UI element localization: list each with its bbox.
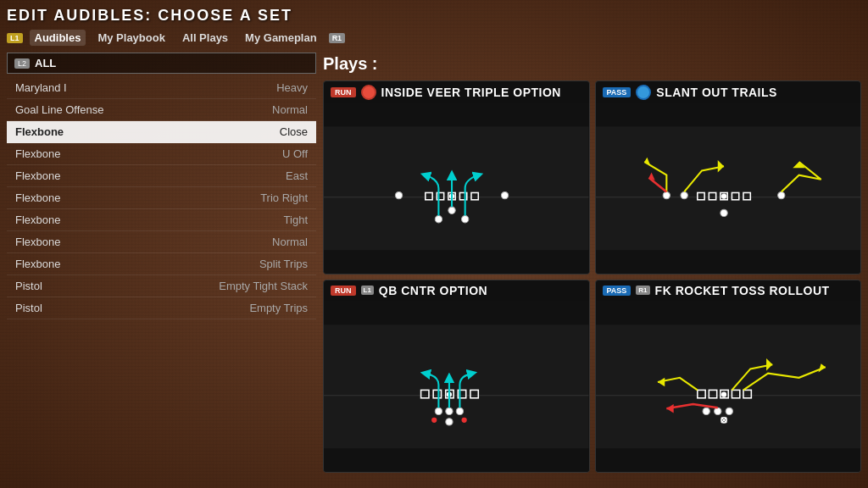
- svg-point-56: [714, 408, 721, 414]
- filter-value: ALL: [35, 57, 56, 69]
- formation-name-7: Flexbone: [15, 236, 60, 248]
- tab-my-playbook[interactable]: My Playbook: [92, 30, 170, 46]
- formation-variant-10: Empty Trips: [249, 302, 308, 314]
- filter-badge: L2: [14, 58, 30, 69]
- formation-name-2: Flexbone: [15, 125, 64, 138]
- formation-name-9: Pistol: [15, 280, 42, 292]
- plays-header: Plays :: [323, 53, 861, 75]
- svg-point-42: [456, 408, 463, 414]
- svg-rect-16: [596, 126, 861, 250]
- svg-point-41: [446, 408, 453, 414]
- play-name-3: QB CNTR OPTION: [379, 284, 487, 297]
- play-name-2: SLANT OUT TRAILS: [656, 86, 777, 99]
- formation-name-6: Flexbone: [15, 214, 60, 226]
- svg-point-12: [395, 191, 402, 198]
- play-card-3[interactable]: RUN L1 QB CNTR OPTION: [323, 280, 590, 474]
- svg-point-23: [721, 194, 726, 199]
- svg-point-25: [663, 191, 670, 198]
- formation-list: Maryland I Heavy Goal Line Offense Norma…: [7, 77, 316, 473]
- formation-variant-1: Normal: [272, 103, 308, 116]
- svg-rect-47: [596, 324, 861, 448]
- svg-point-26: [777, 191, 784, 198]
- formation-name-4: Flexbone: [15, 169, 60, 182]
- svg-rect-32: [324, 324, 589, 448]
- play-badge-l1-3: L1: [361, 286, 374, 295]
- svg-point-27: [681, 191, 687, 198]
- formation-name-5: Flexbone: [15, 191, 60, 204]
- formation-item-4[interactable]: Flexbone East: [7, 165, 316, 187]
- plays-grid: RUN INSIDE VEER TRIPLE OPTION: [323, 80, 861, 473]
- svg-point-44: [431, 417, 437, 422]
- tab-badge-r1: R1: [329, 33, 346, 43]
- play-type-badge-3: RUN: [331, 286, 356, 296]
- formation-variant-0: Heavy: [276, 81, 308, 94]
- formation-name-8: Flexbone: [15, 258, 60, 270]
- formation-variant-8: Split Trips: [259, 258, 308, 270]
- formation-item-2[interactable]: Flexbone Close: [7, 121, 316, 143]
- formation-variant-4: East: [286, 169, 308, 182]
- formation-variant-5: Trio Right: [260, 191, 308, 204]
- svg-rect-1: [324, 126, 589, 250]
- play-card-1-header: RUN INSIDE VEER TRIPLE OPTION: [324, 81, 589, 103]
- page-title: EDIT AUDIBLES: CHOOSE A SET: [7, 7, 861, 25]
- tab-all-plays[interactable]: All Plays: [177, 30, 233, 46]
- play-type-badge-4: PASS: [603, 286, 632, 296]
- tab-audibles[interactable]: Audibles: [30, 30, 86, 46]
- play-type-badge-1: RUN: [331, 87, 356, 97]
- formation-item-1[interactable]: Goal Line Offense Normal: [7, 99, 316, 121]
- plays-label: Plays :: [323, 54, 377, 74]
- formation-item-9[interactable]: Pistol Empty Tight Stack: [7, 275, 316, 297]
- formation-item-3[interactable]: Flexbone U Off: [7, 143, 316, 165]
- play-name-4: FK ROCKET TOSS ROLLOUT: [655, 284, 830, 297]
- tabs-bar: L1 Audibles My Playbook All Plays My Gam…: [7, 30, 861, 46]
- formation-item-8[interactable]: Flexbone Split Trips: [7, 253, 316, 275]
- svg-point-54: [721, 391, 726, 396]
- tab-badge-l1: L1: [7, 33, 23, 43]
- run-icon-1: [361, 85, 376, 100]
- formation-item-6[interactable]: Flexbone Tight: [7, 209, 316, 231]
- svg-point-10: [435, 216, 442, 223]
- svg-point-15: [640, 89, 647, 96]
- formation-item-7[interactable]: Flexbone Normal: [7, 231, 316, 253]
- svg-point-45: [462, 417, 467, 422]
- play-field-2: [596, 103, 861, 274]
- svg-point-55: [703, 408, 709, 414]
- formation-name-3: Flexbone: [15, 147, 60, 160]
- formation-variant-7: Normal: [272, 236, 308, 248]
- svg-point-9: [448, 207, 455, 214]
- svg-point-13: [501, 191, 508, 198]
- play-card-4[interactable]: PASS R1 FK ROCKET TOSS ROLLOUT: [595, 280, 862, 474]
- play-field-4: [596, 301, 861, 473]
- svg-point-11: [462, 216, 469, 223]
- formation-item-10[interactable]: Pistol Empty Trips: [7, 297, 316, 319]
- filter-bar[interactable]: L2 ALL: [7, 53, 316, 74]
- left-panel: L2 ALL Maryland I Heavy Goal Line Offens…: [7, 53, 316, 473]
- pass-icon-2: [636, 85, 651, 100]
- play-field-3: [324, 301, 589, 473]
- formation-item-0[interactable]: Maryland I Heavy: [7, 77, 316, 99]
- formation-name-1: Goal Line Offense: [15, 103, 104, 116]
- play-field-1: [324, 103, 589, 274]
- svg-point-0: [365, 89, 372, 96]
- right-panel: Plays : RUN INSIDE VEER TRIPLE OPTION: [323, 53, 861, 473]
- formation-name-0: Maryland I: [15, 81, 67, 94]
- play-card-2-header: PASS SLANT OUT TRAILS: [596, 81, 861, 103]
- play-card-2[interactable]: PASS SLANT OUT TRAILS: [595, 80, 862, 274]
- formation-variant-3: U Off: [282, 147, 308, 160]
- play-card-3-header: RUN L1 QB CNTR OPTION: [324, 280, 589, 301]
- tab-my-gameplan[interactable]: My Gameplan: [240, 30, 322, 46]
- play-card-4-header: PASS R1 FK ROCKET TOSS ROLLOUT: [596, 280, 861, 301]
- svg-point-57: [726, 408, 732, 414]
- svg-point-40: [435, 408, 442, 414]
- formation-variant-2: Close: [280, 125, 308, 138]
- svg-point-24: [720, 209, 726, 216]
- svg-point-43: [446, 418, 453, 424]
- play-name-1: INSIDE VEER TRIPLE OPTION: [381, 86, 561, 99]
- formation-name-10: Pistol: [15, 302, 42, 314]
- play-badge-r1-4: R1: [636, 286, 649, 295]
- formation-variant-6: Tight: [284, 214, 308, 226]
- play-card-1[interactable]: RUN INSIDE VEER TRIPLE OPTION: [323, 80, 590, 274]
- play-type-badge-2: PASS: [603, 87, 632, 97]
- formation-variant-9: Empty Tight Stack: [219, 280, 308, 292]
- formation-item-5[interactable]: Flexbone Trio Right: [7, 187, 316, 209]
